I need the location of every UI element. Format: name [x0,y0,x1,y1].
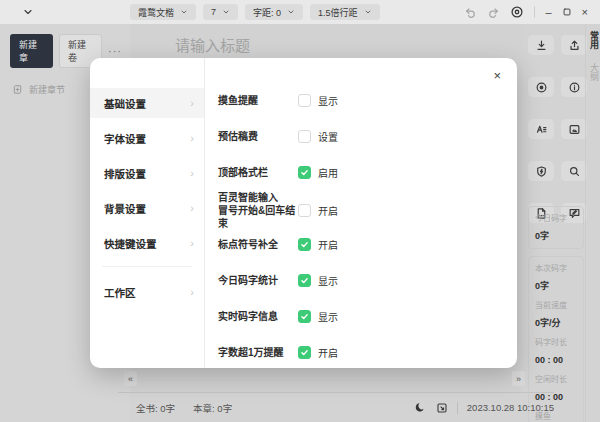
setting-estimated-fee: 预估稿费 设置 [218,125,499,147]
chevron-right-icon [190,132,194,144]
setting-checkbox[interactable] [298,238,311,251]
setting-realtime-word-info: 实时码字信息 显示 [218,305,499,327]
chevron-down-icon [222,8,230,16]
collapse-toolbar-button[interactable] [22,6,34,18]
maximize-icon [562,7,572,17]
setting-action-label: 启用 [318,165,338,180]
letter-spacing-select[interactable]: 字距: 0 [245,4,303,20]
maximize-button[interactable] [562,7,572,17]
menu-basic-settings[interactable]: 基础设置 [90,88,204,118]
setting-label: 今日码字统计 [218,274,298,287]
settings-content: 摸鱼提醒 显示 预估稿费 设置 顶部格式栏 [218,89,499,377]
menu-item-label: 快捷键设置 [104,236,157,251]
font-size-select[interactable]: 7 [203,4,238,20]
minimize-button[interactable]: – [545,7,551,18]
modal-close-button[interactable]: × [493,68,501,83]
check-icon [300,312,309,321]
font-family-value: 霞鹜文楷 [138,6,174,19]
format-controls: 霞鹜文楷 7 字距: 0 1.5倍行距 [130,4,380,20]
undo-button[interactable] [464,6,477,19]
letter-spacing-value: 字距: 0 [253,6,281,19]
setting-punctuation-complete: 标点符号补全 开启 [218,233,499,255]
badge-circle-icon [510,5,524,19]
setting-slack-reminder: 摸鱼提醒 显示 [218,89,499,111]
safe-mode-button[interactable] [510,5,524,19]
setting-action-label: 显示 [318,309,338,324]
check-icon [300,240,309,249]
setting-10k-words-reminder: 字数超1万提醒 开启 [218,341,499,363]
setting-action-label: 开启 [318,237,338,252]
menu-workspace[interactable]: 工作区 [90,277,204,307]
setting-label: 顶部格式栏 [218,166,298,179]
setting-checkbox[interactable] [298,346,311,359]
app-window: 霞鹜文楷 7 字距: 0 1.5倍行距 [0,0,600,422]
menu-item-label: 背景设置 [104,201,146,216]
font-size-value: 7 [211,7,216,17]
setting-label: 预估稿费 [218,130,298,143]
setting-label: 实时码字信息 [218,310,298,323]
check-icon [300,348,309,357]
check-icon [300,276,309,285]
chevron-right-icon [190,97,194,109]
setting-label: 标点符号补全 [218,238,298,251]
setting-checkbox[interactable] [298,94,311,107]
menu-font-settings[interactable]: 字体设置 [90,123,204,153]
redo-icon [487,6,500,19]
setting-checkbox[interactable] [298,274,311,287]
redo-button[interactable] [487,6,500,19]
chevron-down-icon [287,8,295,16]
setting-checkbox[interactable] [298,310,311,323]
setting-top-format-bar: 顶部格式栏 启用 [218,161,499,183]
check-icon [300,168,309,177]
setting-label: 字数超1万提醒 [218,346,298,359]
menu-divider [102,266,192,267]
setting-label: 摸鱼提醒 [218,94,298,107]
setting-action-label: 开启 [318,345,338,360]
chevron-right-icon [190,167,194,179]
setting-label: 百灵智能输入 [218,192,278,203]
chevron-down-icon [180,8,188,16]
setting-action-label: 设置 [318,129,338,144]
menu-item-label: 基础设置 [104,96,146,111]
settings-menu: 基础设置 字体设置 排版设置 背景设置 快捷键设置 工作区 [90,58,205,368]
setting-checkbox[interactable] [298,204,311,217]
setting-checkbox[interactable] [298,130,311,143]
top-toolbar: 霞鹜文楷 7 字距: 0 1.5倍行距 [0,0,600,24]
menu-item-label: 工作区 [104,285,136,300]
menu-background-settings[interactable]: 背景设置 [90,193,204,223]
settings-modal: × 基础设置 字体设置 排版设置 背景设置 快捷键设置 [90,58,517,368]
line-height-value: 1.5倍行距 [318,6,358,19]
setting-action-label: 开启 [318,203,338,218]
setting-sublabel: 冒号开始&回车结束 [218,204,298,230]
chevron-right-icon [190,237,194,249]
close-window-button[interactable]: × [582,7,588,18]
menu-layout-settings[interactable]: 排版设置 [90,158,204,188]
chevron-right-icon [190,286,194,298]
setting-action-label: 显示 [318,273,338,288]
setting-action-label: 显示 [318,93,338,108]
setting-today-word-stats: 今日码字统计 显示 [218,269,499,291]
setting-smart-input: 百灵智能输入 冒号开始&回车结束 开启 [218,197,499,223]
menu-shortcut-settings[interactable]: 快捷键设置 [90,228,204,258]
chevron-down-icon [364,8,372,16]
window-controls: – × [464,5,588,19]
chevron-right-icon [190,202,194,214]
toolbar-divider [534,6,535,18]
chevron-down-icon [22,6,34,18]
font-family-select[interactable]: 霞鹜文楷 [130,4,196,20]
line-height-select[interactable]: 1.5倍行距 [310,4,380,20]
menu-item-label: 排版设置 [104,166,146,181]
undo-icon [464,6,477,19]
setting-checkbox[interactable] [298,166,311,179]
menu-item-label: 字体设置 [104,131,146,146]
